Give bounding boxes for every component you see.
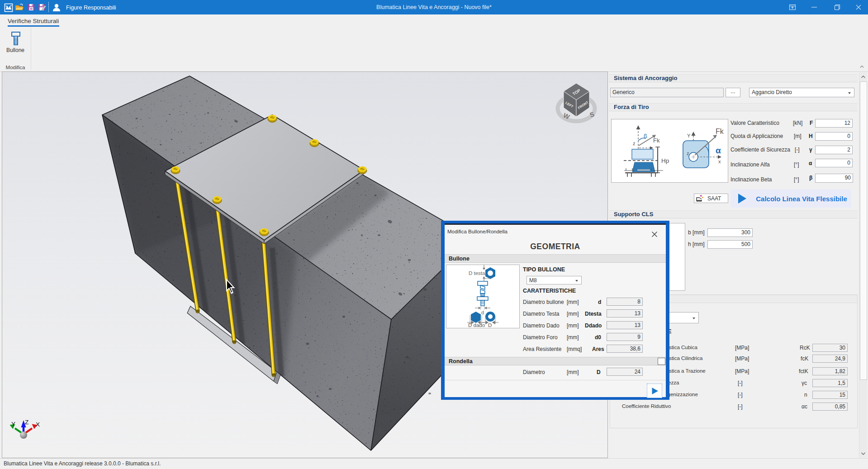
svg-text:x: x (718, 159, 721, 164)
svg-text:D testa: D testa (469, 270, 485, 276)
svg-text:Hp: Hp (661, 157, 669, 164)
svg-text:z: z (687, 151, 689, 156)
svg-text:d: d (481, 310, 484, 315)
svg-text:Fk: Fk (716, 128, 724, 135)
svg-text:z: z (633, 141, 636, 146)
svg-text:α: α (716, 146, 721, 155)
svg-text:Y: Y (687, 133, 691, 138)
svg-text:Fk: Fk (653, 137, 660, 144)
